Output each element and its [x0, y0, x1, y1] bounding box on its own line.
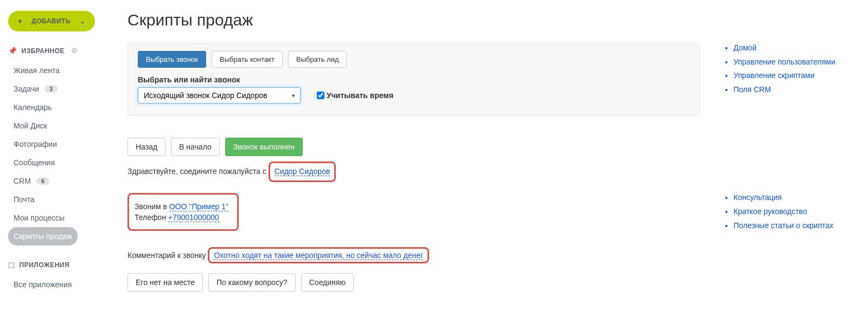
sidebar: + ДОБАВИТЬ ⌄ 📌 ИЗБРАННОЕ ⚙ Живая лента З…: [0, 0, 114, 310]
consider-time-checkbox[interactable]: Учитывать время: [317, 91, 393, 100]
links-top: Домой Управление пользователями Управлен…: [722, 43, 854, 95]
phone-token[interactable]: +79001000000: [168, 213, 219, 222]
add-button[interactable]: + ДОБАВИТЬ ⌄: [8, 11, 95, 31]
link-consult[interactable]: Консультация: [733, 193, 782, 202]
call-select[interactable]: Исходящий звонок Сидор Сидоров: [138, 87, 301, 104]
consider-time-input[interactable]: [317, 92, 324, 99]
comment-token[interactable]: Охотно ходят на такие мероприятия, но се…: [214, 251, 423, 260]
greeting-line: Здравствуйте, соедините пожалуйста с Сид…: [127, 162, 700, 182]
sidebar-item-crm[interactable]: CRM6: [8, 172, 106, 190]
main-content: Скрипты продаж Выбрать звонок Выбрать ко…: [114, 0, 868, 310]
sidebar-item-tasks[interactable]: Задачи3: [8, 80, 106, 98]
chevron-down-icon: ⌄: [80, 17, 86, 25]
plus-icon: +: [18, 17, 23, 25]
link-users[interactable]: Управление пользователями: [733, 57, 835, 66]
sidebar-item-mail[interactable]: Почта: [8, 190, 106, 209]
tabs: Выбрать звонок Выбрать контакт Выбрать л…: [138, 51, 690, 68]
option-what-about[interactable]: По какому вопросу?: [208, 273, 296, 292]
start-button[interactable]: В начало: [171, 138, 220, 156]
sidebar-item-all-apps[interactable]: Все приложения: [8, 275, 106, 294]
response-options: Его нет на месте По какому вопросу? Соед…: [127, 273, 700, 292]
sidebar-item-calendar[interactable]: Календарь: [8, 98, 106, 117]
option-connecting[interactable]: Соединяю: [301, 273, 354, 292]
links-bottom: Консультация Краткое руководство Полезны…: [722, 192, 854, 231]
sidebar-item-feed[interactable]: Живая лента: [8, 61, 106, 80]
contact-highlight: Сидор Сидоров: [269, 162, 336, 182]
side-links: Домой Управление пользователями Управлен…: [722, 43, 854, 292]
comment-highlight: Охотно ходят на такие мероприятия, но се…: [208, 247, 429, 263]
link-home[interactable]: Домой: [733, 43, 757, 52]
option-not-here[interactable]: Его нет на месте: [127, 273, 203, 292]
link-crm-fields[interactable]: Поля CRM: [733, 85, 771, 94]
comment-line: Комментарий к звонку Охотно ходят на так…: [127, 247, 700, 263]
sidebar-item-messages[interactable]: Сообщения: [8, 153, 106, 172]
script-area: Выбрать звонок Выбрать контакт Выбрать л…: [127, 43, 700, 292]
sidebar-item-processes[interactable]: Мои процессы: [8, 209, 106, 227]
tab-call[interactable]: Выбрать звонок: [138, 51, 206, 68]
company-token[interactable]: ООО "Пример 1": [169, 202, 228, 211]
tab-contact[interactable]: Выбрать контакт: [212, 51, 283, 68]
select-label: Выбрать или найти звонок: [138, 75, 690, 84]
favorites-heading: 📌 ИЗБРАННОЕ ⚙: [8, 47, 106, 55]
add-button-label: ДОБАВИТЬ: [31, 17, 71, 25]
link-guide[interactable]: Краткое руководство: [733, 207, 807, 216]
tab-lead[interactable]: Выбрать лид: [288, 51, 347, 68]
back-button[interactable]: Назад: [127, 138, 165, 156]
apps-nav: Все приложения: [8, 275, 106, 294]
done-button[interactable]: Звонок выполнен: [225, 138, 303, 156]
page-title: Скрипты продаж: [127, 11, 854, 29]
pushpin-icon: 📌: [8, 47, 17, 55]
sidebar-item-scripts[interactable]: Скрипты продаж: [8, 227, 78, 246]
gear-icon[interactable]: ⚙: [71, 47, 78, 55]
badge-crm: 6: [36, 177, 49, 185]
cube-icon: ⬚: [8, 261, 15, 269]
sidebar-item-photos[interactable]: Фотографии: [8, 135, 106, 153]
contact-token[interactable]: Сидор Сидоров: [275, 167, 330, 176]
action-buttons: Назад В начало Звонок выполнен: [127, 138, 700, 156]
selection-panel: Выбрать звонок Выбрать контакт Выбрать л…: [127, 43, 700, 116]
favorites-nav: Живая лента Задачи3 Календарь Мой Диск Ф…: [8, 61, 106, 246]
company-info: Звоним в ООО "Пример 1" Телефон +7900100…: [127, 193, 700, 231]
link-articles[interactable]: Полезные статьи о скриптах: [733, 221, 833, 230]
apps-heading: ⬚ ПРИЛОЖЕНИЯ: [8, 261, 106, 269]
sidebar-item-disk[interactable]: Мой Диск: [8, 117, 106, 135]
link-scripts[interactable]: Управление скриптами: [733, 71, 815, 80]
badge-tasks: 3: [44, 85, 58, 93]
